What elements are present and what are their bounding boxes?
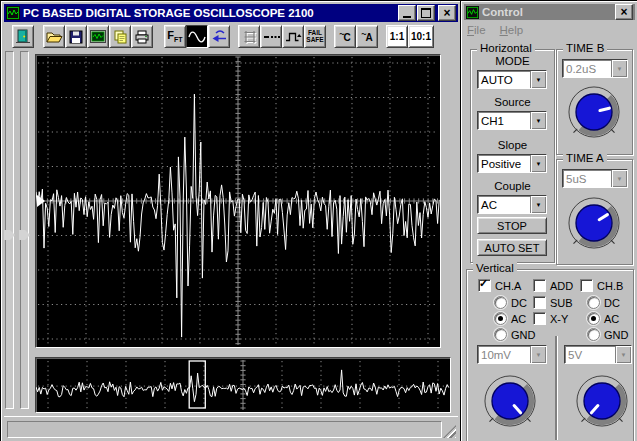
dotted-line-icon	[263, 34, 280, 40]
ch-b-gnd-radio[interactable]: GND	[587, 328, 628, 341]
probe-10to1-label: 10:1	[411, 31, 431, 42]
overview-display[interactable]	[35, 357, 451, 413]
time-b-knob[interactable]	[565, 83, 623, 141]
maximize-icon	[421, 8, 431, 18]
ch-a-gnd-radio[interactable]: GND	[494, 328, 535, 341]
ch-a-dc-radio[interactable]: DC	[494, 296, 527, 309]
slope-select[interactable]: Positive ▼	[477, 154, 547, 173]
time-b-value: 0.2uS	[563, 63, 611, 75]
time-a-select[interactable]: 5uS ▼	[562, 169, 628, 188]
menu-help[interactable]: Help	[500, 24, 524, 36]
control-close-button[interactable]: ×	[615, 4, 633, 20]
resize-grip[interactable]	[443, 425, 456, 438]
auto-set-button[interactable]: AUTO SET	[477, 239, 547, 256]
fft-button[interactable]: FFT	[164, 25, 186, 48]
ch-a-ac-label: AC	[511, 313, 526, 325]
trigger-couple-c-button[interactable]: ~C	[334, 25, 356, 48]
open-button[interactable]	[43, 25, 65, 48]
sub-checkbox[interactable]: SUB	[533, 296, 573, 309]
undo-trace-button[interactable]	[208, 25, 230, 48]
zoom-selection-box[interactable]	[189, 361, 205, 408]
dropdown-arrow-icon: ▼	[615, 346, 631, 363]
couple-select[interactable]: AC ▼	[477, 195, 547, 214]
copy-notes-icon	[113, 30, 128, 44]
app-icon	[6, 6, 20, 20]
display-settings-button[interactable]	[87, 25, 109, 48]
add-checkbox[interactable]: ADD	[533, 279, 573, 292]
vertical-group: Vertical CH.A ADD CH.B DC SUB DC AC	[466, 269, 634, 441]
minimize-icon	[403, 16, 411, 18]
horizontal-group-label: Horizontal	[477, 42, 535, 54]
dotted-grid-button[interactable]	[260, 25, 282, 48]
fft-icon: FFT	[167, 30, 182, 43]
probe-10to1-button[interactable]: 10:1	[408, 25, 434, 48]
ch-b-dc-radio[interactable]: DC	[587, 296, 620, 309]
radio-circle	[494, 296, 507, 309]
xy-label: X-Y	[550, 313, 568, 325]
copy-button[interactable]	[109, 25, 131, 48]
dropdown-arrow-icon: ▼	[530, 346, 546, 363]
time-a-group-label: TIME A	[563, 152, 607, 164]
couple-value: AC	[478, 199, 530, 211]
minimize-button[interactable]	[398, 5, 416, 21]
print-button[interactable]	[131, 25, 153, 48]
source-select[interactable]: CH1 ▼	[477, 111, 547, 130]
source-label: Source	[471, 96, 554, 108]
waveform-mode-button[interactable]	[186, 25, 208, 48]
grid-toggle-button[interactable]	[238, 25, 260, 48]
fail-safe-label: FAILSAFE	[306, 30, 323, 43]
title-bar[interactable]: PC BASED DIGITAL STORAGE OSCILLOSCOPE 21…	[4, 4, 458, 22]
probe-1to1-button[interactable]: 1:1	[386, 25, 408, 48]
maximize-button[interactable]	[417, 5, 435, 21]
checkbox-box	[533, 312, 546, 325]
fail-safe-button[interactable]: FAILSAFE	[304, 25, 326, 48]
trigger-couple-a-button[interactable]: ~A	[356, 25, 378, 48]
ch-b-gain-knob[interactable]	[573, 372, 631, 430]
pulse-trigger-button[interactable]	[282, 25, 304, 48]
ch-a-position-slider[interactable]	[5, 51, 14, 409]
close-button[interactable]: ×	[438, 5, 456, 21]
ch-a-position-thumb[interactable]	[4, 230, 15, 240]
checkbox-box	[580, 279, 593, 292]
dropdown-arrow-icon[interactable]: ▼	[530, 112, 546, 129]
ch-b-dc-label: DC	[604, 297, 620, 309]
ch-b-label: CH.B	[597, 280, 623, 292]
oscilloscope-window: PC BASED DIGITAL STORAGE OSCILLOSCOPE 21…	[0, 0, 462, 441]
ch-b-checkbox[interactable]: CH.B	[580, 279, 623, 292]
vertical-group-label: Vertical	[473, 262, 517, 274]
save-button[interactable]	[65, 25, 87, 48]
dropdown-arrow-icon[interactable]: ▼	[530, 196, 546, 213]
radio-circle	[587, 312, 600, 325]
add-label: ADD	[550, 280, 573, 292]
printer-icon	[134, 30, 150, 44]
xy-checkbox[interactable]: X-Y	[533, 312, 568, 325]
open-folder-icon	[46, 30, 63, 44]
stop-button[interactable]: STOP	[477, 217, 547, 234]
control-window: Control × File Help Horizontal MODE AUTO…	[460, 0, 637, 441]
ch-b-position-slider[interactable]	[20, 51, 29, 409]
mode-select[interactable]: AUTO ▼	[477, 70, 547, 89]
ch-b-position-thumb[interactable]	[19, 230, 30, 240]
ch-b-ac-radio[interactable]: AC	[587, 312, 619, 325]
checkbox-box	[478, 279, 491, 292]
time-a-knob[interactable]	[565, 194, 623, 252]
ch-a-gnd-label: GND	[511, 329, 535, 341]
dropdown-arrow-icon[interactable]: ▼	[530, 155, 546, 172]
ch-a-dc-label: DC	[511, 297, 527, 309]
time-a-value: 5uS	[563, 173, 611, 185]
ch-a-scale-select[interactable]: 10mV ▼	[477, 345, 547, 364]
pulse-wave-icon	[285, 30, 302, 43]
menu-file[interactable]: File	[467, 24, 486, 36]
exit-door-icon	[15, 29, 31, 45]
dropdown-arrow-icon[interactable]: ▼	[530, 71, 546, 88]
ch-a-ac-radio[interactable]: AC	[494, 312, 526, 325]
horizontal-group: Horizontal MODE AUTO ▼ Source CH1 ▼ Slop…	[470, 49, 555, 263]
time-b-select[interactable]: 0.2uS ▼	[562, 59, 628, 78]
ch-a-gain-knob[interactable]	[481, 372, 539, 430]
ch-b-scale-select[interactable]: 5V ▼	[564, 345, 632, 364]
control-title-bar[interactable]: Control ×	[464, 4, 635, 20]
floppy-icon	[69, 30, 83, 44]
ch-a-checkbox[interactable]: CH.A	[478, 279, 521, 292]
trigger-level-marker[interactable]	[37, 195, 45, 207]
exit-button[interactable]	[12, 25, 34, 48]
